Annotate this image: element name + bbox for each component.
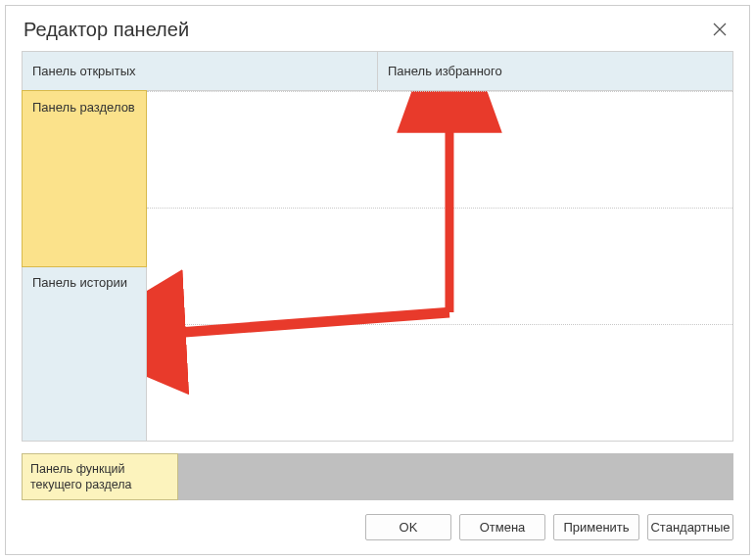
top-panel-row: Панель открытых Панель избранного [23, 52, 732, 91]
layout-editor: Панель открытых Панель избранного Панель… [22, 51, 733, 442]
close-button[interactable] [708, 18, 731, 41]
middle-area: Панель разделов Панель истории [23, 91, 732, 441]
panel-open-items[interactable]: Панель открытых [23, 52, 378, 90]
titlebar: Редактор панелей [6, 6, 749, 51]
panel-history-label: Панель истории [32, 275, 127, 290]
drop-zone[interactable] [147, 91, 732, 441]
panel-favorites[interactable]: Панель избранного [378, 52, 732, 90]
annotation-arrows-icon [147, 91, 732, 441]
panel-sections[interactable]: Панель разделов [22, 90, 147, 267]
panel-sections-label: Панель разделов [32, 100, 135, 115]
apply-button[interactable]: Применить [553, 514, 639, 540]
dialog-title: Редактор панелей [24, 19, 189, 41]
panel-editor-dialog: Редактор панелей Панель открытых Панель … [5, 5, 750, 555]
panel-section-functions[interactable]: Панель функций текущего раздела [22, 453, 178, 500]
panel-history[interactable]: Панель истории [23, 266, 146, 442]
panel-favorites-label: Панель избранного [388, 64, 502, 78]
close-icon [713, 23, 727, 36]
dialog-buttons: OK Отмена Применить Стандартные [6, 500, 749, 554]
cancel-button[interactable]: Отмена [459, 514, 545, 540]
panel-section-functions-label: Панель функций текущего раздела [30, 461, 169, 493]
defaults-button[interactable]: Стандартные [647, 514, 733, 540]
panel-open-items-label: Панель открытых [32, 64, 135, 78]
unused-panels-tray[interactable]: Панель функций текущего раздела [22, 453, 733, 500]
ok-button[interactable]: OK [365, 514, 451, 540]
left-panel-column: Панель разделов Панель истории [23, 91, 147, 441]
